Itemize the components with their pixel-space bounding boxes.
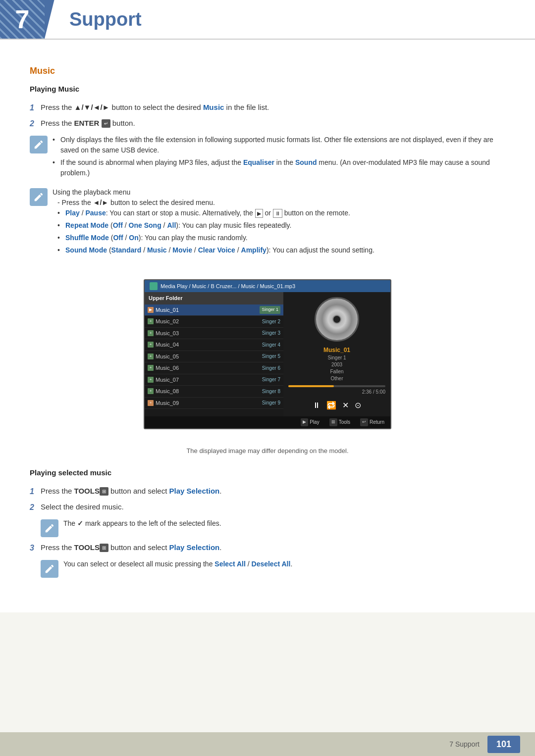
sel-step-3-content: Press the TOOLS⊞ button and select Play … <box>41 542 505 554</box>
track-name-6: Music_06 <box>156 364 260 372</box>
sound-amplify: Amplify <box>241 246 267 254</box>
track-singer-8: Singer 8 <box>262 388 280 395</box>
play-icon-btn: ▶ <box>255 209 263 218</box>
footer-play-btn[interactable]: ▶ Play <box>301 418 319 426</box>
note-1-item-1: Only displays the files with the file ex… <box>53 135 505 155</box>
track-icon-8: + <box>148 388 154 394</box>
note-equaliser: Equaliser <box>243 158 274 166</box>
pencil-icon <box>33 139 44 150</box>
chapter-number-block: 7 <box>0 0 45 39</box>
track-name-7: Music_07 <box>156 376 260 384</box>
play-key: ▶ <box>301 418 308 426</box>
repeat-off: Off <box>113 221 123 229</box>
sound-standard: Standard <box>111 246 142 254</box>
media-screenshot: Media Play / Music / B Cruzer... / Music… <box>144 279 391 429</box>
note-icon-1 <box>30 136 48 153</box>
step-1: 1 Press the ▲/▼/◄/► button to select the… <box>30 102 505 114</box>
media-footer: ▶ Play ⊞ Tools ↩ Return <box>145 416 390 428</box>
track-icon-2: + <box>148 318 154 324</box>
track-icon-1: ▶ <box>148 307 154 313</box>
tools-key: ⊞ <box>329 418 337 426</box>
ctrl-repeat[interactable]: 🔁 <box>326 400 336 411</box>
track-singer-3: Singer 3 <box>262 329 280 337</box>
pause-icon-btn: ⏸ <box>273 209 282 218</box>
play-label: Play <box>65 209 80 217</box>
sound-clearvoice: Clear Voice <box>198 246 235 254</box>
tools-key-icon-3: ⊞ <box>100 544 108 552</box>
return-key: ↩ <box>360 418 368 426</box>
media-track-3[interactable]: + Music_03 Singer 3 <box>145 328 283 340</box>
sel-play-selection-3: Play Selection <box>169 543 220 552</box>
media-screenshot-container: Media Play / Music / B Cruzer... / Music… <box>30 267 505 441</box>
playback-item-repeat: Repeat Mode (Off / One Song / All): You … <box>57 220 505 231</box>
track-singer: Singer 1 <box>327 354 346 361</box>
play-label-footer: Play <box>310 418 319 426</box>
return-label-footer: Return <box>370 418 384 426</box>
note-icon-2 <box>30 188 48 206</box>
note4-start: You can select or deselect all music pre… <box>63 560 214 568</box>
sound-movie: Movie <box>172 246 192 254</box>
pause-label: Pause <box>85 209 106 217</box>
sound-music: Music <box>147 246 167 254</box>
note4-bold2: Deselect All <box>252 560 291 568</box>
ctrl-audio[interactable]: ⊙ <box>355 400 361 411</box>
media-track-2[interactable]: + Music_02 Singer 2 <box>145 316 283 328</box>
track-name-8: Music_08 <box>156 387 260 396</box>
note-box-3: The ✓ mark appears to the left of the se… <box>41 518 505 537</box>
track-year: 2003 <box>327 361 346 368</box>
sel-step-2-num: 2 <box>30 502 41 513</box>
shuffle-on: On <box>129 234 138 242</box>
track-singer-6: Singer 6 <box>262 364 280 372</box>
track-singer-9: Singer 9 <box>262 399 280 406</box>
time-current: 2:36 <box>362 389 372 395</box>
track-icon-4: + <box>148 342 154 348</box>
progress-bar-fill <box>288 385 334 387</box>
playing-steps-list: 1 Press the ▲/▼/◄/► button to select the… <box>30 102 505 130</box>
ctrl-pause[interactable]: ⏸ <box>313 400 321 411</box>
media-track-5[interactable]: + Music_05 Singer 5 <box>145 351 283 363</box>
media-track-4[interactable]: + Music_04 Singer 4 <box>145 339 283 351</box>
track-name-3: Music_03 <box>156 329 260 338</box>
note-1-item-2: If the sound is abnormal when playing MP… <box>53 157 505 178</box>
shuffle-off: Off <box>113 234 123 242</box>
track-icon-9: + <box>148 400 154 406</box>
selected-steps-list-2: 3 Press the TOOLS⊞ button and select Pla… <box>30 542 505 554</box>
media-track-8[interactable]: + Music_08 Singer 8 <box>145 386 283 398</box>
note-box-1: Only displays the files with the file ex… <box>30 135 505 180</box>
progress-bar-bg <box>288 385 385 387</box>
ctrl-shuffle[interactable]: ✕ <box>342 400 349 411</box>
section-title-music: Music <box>30 64 505 78</box>
note-content-2: Using the playback menu - Press the ◄/► … <box>53 187 505 257</box>
note-content-1: Only displays the files with the file ex… <box>53 135 505 180</box>
track-name-9: Music_09 <box>156 399 260 407</box>
note-1-list: Only displays the files with the file ex… <box>53 135 505 178</box>
track-icon-6: + <box>148 365 154 371</box>
footer-tools-btn[interactable]: ⊞ Tools <box>329 418 350 426</box>
media-body: Upper Folder ▶ Music_01 Singer 1 + Music… <box>145 292 390 416</box>
track-name-4: Music_04 <box>156 341 260 349</box>
media-track-6[interactable]: + Music_06 Singer 6 <box>145 362 283 374</box>
step-1-content: Press the ▲/▼/◄/► button to select the d… <box>41 102 505 113</box>
current-track-name: Music_01 <box>323 346 350 354</box>
track-singer-1: Singer 1 <box>260 306 280 314</box>
media-track-1[interactable]: ▶ Music_01 Singer 1 <box>145 304 283 316</box>
media-track-7[interactable]: + Music_07 Singer 7 <box>145 374 283 386</box>
media-file-list: Upper Folder ▶ Music_01 Singer 1 + Music… <box>145 292 283 416</box>
note-3-text: The ✓ mark appears to the left of the se… <box>63 518 505 529</box>
playback-item-sound: Sound Mode (Standard / Music / Movie / C… <box>57 245 505 255</box>
playback-item-play: Play / Pause: You can start or stop a mu… <box>57 208 505 218</box>
lr-arrows: ◄/► <box>93 199 109 206</box>
media-titlebar-text: Media Play / Music / B Cruzer... / Music… <box>160 282 295 291</box>
page-header: 7 Support <box>0 0 535 40</box>
progress-bar-wrap: 2:36 / 5:00 <box>288 385 385 396</box>
playback-press: - Press the ◄/► button to select the des… <box>53 198 505 208</box>
time-total: 5:00 <box>376 389 385 395</box>
footer-return-btn[interactable]: ↩ Return <box>360 418 384 426</box>
subsection-title-playing: Playing Music <box>30 84 505 95</box>
track-singer-4: Singer 4 <box>262 341 280 349</box>
tools-label-footer: Tools <box>339 418 350 426</box>
media-track-9[interactable]: + Music_09 Singer 9 <box>145 398 283 409</box>
note-box-2: Using the playback menu - Press the ◄/► … <box>30 187 505 257</box>
pencil-icon-4 <box>44 563 55 574</box>
note-content-3: The ✓ mark appears to the left of the se… <box>63 518 505 529</box>
